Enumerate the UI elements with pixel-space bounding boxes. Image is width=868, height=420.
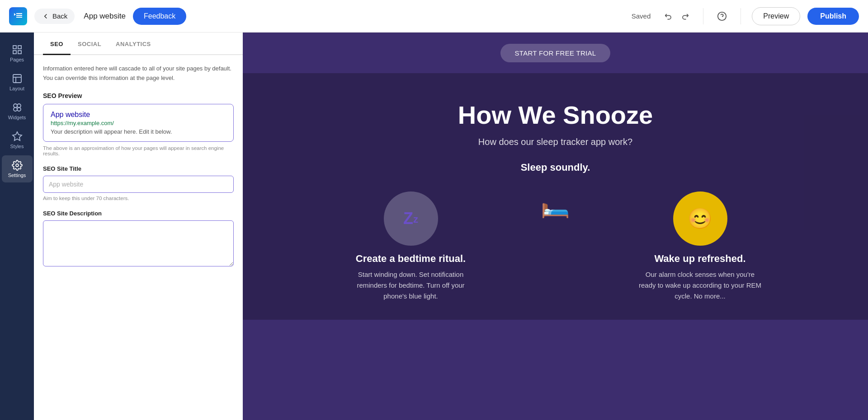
preview-bold-sub: Sleep soundly. bbox=[261, 162, 850, 173]
redo-button[interactable] bbox=[678, 9, 692, 23]
website-preview: START FOR FREE TRIAL How We Snooze How d… bbox=[243, 33, 868, 420]
start-trial-button: START FOR FREE TRIAL bbox=[500, 44, 611, 62]
saved-label: Saved bbox=[632, 12, 651, 20]
feature-icon-bed: 🛏️ bbox=[492, 191, 619, 219]
feedback-button[interactable]: Feedback bbox=[133, 8, 186, 25]
sidebar-item-settings[interactable]: Settings bbox=[2, 155, 33, 182]
preview-main-section: How We Snooze How does our sleep tracker… bbox=[243, 73, 868, 320]
feature-icon-sleep: Zz bbox=[384, 191, 438, 246]
seo-description-textarea[interactable] bbox=[43, 220, 234, 266]
seo-title-hint: Aim to keep this under 70 characters. bbox=[43, 196, 234, 201]
separator bbox=[703, 8, 703, 24]
sidebar-item-pages[interactable]: Pages bbox=[2, 40, 33, 67]
sidebar-item-widgets[interactable]: Widgets bbox=[2, 98, 33, 125]
feature-item-track: 🛏️ bbox=[492, 191, 619, 226]
svg-rect-5 bbox=[13, 51, 16, 54]
feature-grid: Zz Create a bedtime ritual. Start windin… bbox=[261, 191, 850, 302]
svg-point-13 bbox=[16, 164, 19, 167]
seo-desc-label: SEO Site Description bbox=[43, 210, 234, 217]
preview-button[interactable]: Preview bbox=[752, 7, 800, 25]
publish-button[interactable]: Publish bbox=[807, 8, 859, 25]
svg-rect-3 bbox=[18, 46, 21, 49]
sidebar: Pages Layout Widgets Styles Settings bbox=[0, 33, 34, 420]
sidebar-layout-label: Layout bbox=[9, 86, 24, 91]
panel-description: Information entered here will cascade to… bbox=[43, 64, 234, 83]
help-button[interactable] bbox=[714, 9, 730, 24]
settings-panel: SEO SOCIAL ANALYTICS Information entered… bbox=[34, 33, 243, 420]
tab-seo[interactable]: SEO bbox=[43, 33, 71, 55]
feature-title-ritual: Create a bedtime ritual. bbox=[348, 253, 474, 265]
undo-button[interactable] bbox=[661, 9, 676, 23]
feature-icon-smile: 😊 bbox=[673, 191, 727, 246]
svg-rect-2 bbox=[13, 46, 16, 49]
svg-point-11 bbox=[14, 107, 17, 111]
preview-subheading: How does our sleep tracker app work? bbox=[261, 137, 850, 147]
seo-preview-box: App website https://my.example.com/ Your… bbox=[43, 104, 234, 142]
svg-rect-4 bbox=[18, 51, 21, 54]
tab-analytics[interactable]: ANALYTICS bbox=[108, 33, 158, 55]
back-label: Back bbox=[52, 12, 67, 20]
app-logo bbox=[9, 7, 27, 25]
tab-social[interactable]: SOCIAL bbox=[71, 33, 108, 55]
sidebar-styles-label: Styles bbox=[10, 144, 24, 149]
feature-desc-ritual: Start winding down. Set notification rem… bbox=[348, 269, 474, 302]
preview-top-strip: START FOR FREE TRIAL bbox=[243, 33, 868, 73]
seo-title-input[interactable] bbox=[43, 176, 234, 193]
seo-preview-label: SEO Preview bbox=[43, 92, 234, 99]
panel-body: Information entered here will cascade to… bbox=[34, 55, 243, 268]
seo-preview-description: Your description will appear here. Edit … bbox=[51, 128, 226, 135]
feature-item-wake: 😊 Wake up refreshed. Our alarm clock sen… bbox=[637, 191, 764, 302]
svg-point-12 bbox=[17, 107, 21, 111]
panel-tabs: SEO SOCIAL ANALYTICS bbox=[34, 33, 243, 55]
seo-preview-title: App website bbox=[51, 111, 226, 119]
sidebar-item-layout[interactable]: Layout bbox=[2, 69, 33, 96]
feature-item-ritual: Zz Create a bedtime ritual. Start windin… bbox=[348, 191, 474, 302]
topbar: Back App website Feedback Saved Preview … bbox=[0, 0, 868, 33]
preview-heading: How We Snooze bbox=[261, 100, 850, 130]
feature-title-wake: Wake up refreshed. bbox=[637, 253, 764, 265]
site-name: App website bbox=[84, 12, 126, 21]
sidebar-item-styles[interactable]: Styles bbox=[2, 126, 33, 154]
svg-rect-6 bbox=[13, 75, 21, 83]
seo-title-label: SEO Site Title bbox=[43, 165, 234, 172]
separator2 bbox=[741, 8, 741, 24]
feature-desc-wake: Our alarm clock senses when you're ready… bbox=[637, 269, 764, 302]
sidebar-pages-label: Pages bbox=[10, 57, 24, 62]
svg-point-10 bbox=[17, 104, 21, 107]
seo-preview-url: https://my.example.com/ bbox=[51, 120, 226, 126]
sidebar-widgets-label: Widgets bbox=[8, 115, 26, 120]
sidebar-settings-label: Settings bbox=[8, 173, 26, 178]
back-button[interactable]: Back bbox=[34, 9, 75, 24]
svg-point-9 bbox=[14, 104, 17, 107]
preview-hint: The above is an approximation of how you… bbox=[43, 145, 234, 156]
